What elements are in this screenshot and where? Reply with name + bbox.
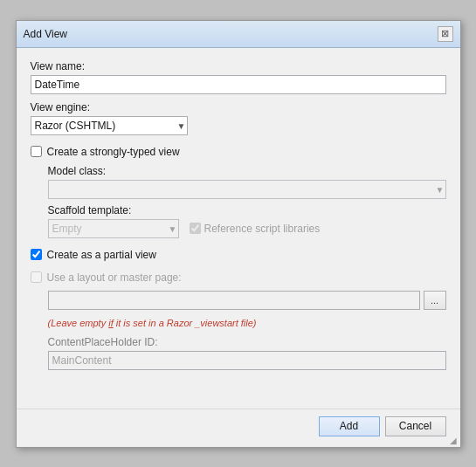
view-name-group: View name: — [31, 60, 446, 94]
strongly-typed-checkbox[interactable] — [31, 146, 42, 157]
close-icon: ⊠ — [441, 28, 449, 39]
hint-link: if — [108, 318, 114, 328]
content-placeholder-label: ContentPlaceHolder ID: — [48, 336, 446, 348]
add-button[interactable]: Add — [319, 416, 380, 436]
content-placeholder-group: ContentPlaceHolder ID: — [48, 336, 446, 370]
partial-view-checkbox[interactable] — [31, 249, 42, 260]
typed-view-section: Model class: ▼ Scaffold template: Empty … — [48, 165, 446, 238]
scaffold-template-select[interactable]: Empty Create Delete Details Edit List — [48, 219, 179, 238]
layout-path-input[interactable] — [48, 291, 420, 310]
view-engine-select-wrapper: Razor (CSHTML) ASPX ▼ — [31, 116, 188, 135]
layout-checkbox[interactable] — [31, 271, 42, 283]
strongly-typed-label: Create a strongly-typed view — [47, 146, 180, 158]
dialog-footer: Add Cancel — [17, 409, 460, 447]
browse-button[interactable]: ... — [424, 291, 446, 310]
view-name-input[interactable] — [31, 75, 446, 94]
view-engine-group: View engine: Razor (CSHTML) ASPX ▼ — [31, 101, 446, 135]
hint-text: (Leave empty if it is set in a Razor _vi… — [48, 318, 257, 328]
model-class-label: Model class: — [48, 165, 446, 177]
strongly-typed-row: Create a strongly-typed view — [31, 146, 446, 158]
partial-view-label: Create as a partial view — [47, 249, 156, 261]
resize-handle: ◢ — [450, 436, 459, 445]
scaffold-template-label: Scaffold template: — [48, 204, 446, 216]
reference-scripts-label: Reference script libraries — [204, 223, 321, 235]
model-class-select-wrapper: ▼ — [48, 180, 446, 199]
dialog-title: Add View — [24, 28, 67, 40]
partial-view-row: Create as a partial view — [31, 249, 446, 261]
content-placeholder-input[interactable] — [48, 351, 446, 370]
scaffold-template-group: Scaffold template: Empty Create Delete D… — [48, 204, 446, 238]
title-bar: Add View ⊠ — [17, 21, 460, 48]
layout-checkbox-row: Use a layout or master page: — [31, 271, 446, 284]
hint-group: (Leave empty if it is set in a Razor _vi… — [48, 317, 446, 329]
reference-scripts-group: Reference script libraries — [190, 223, 321, 235]
scaffold-select-wrapper: Empty Create Delete Details Edit List ▼ — [48, 219, 179, 238]
scaffold-row: Empty Create Delete Details Edit List ▼ … — [48, 219, 446, 238]
view-engine-label: View engine: — [31, 101, 446, 113]
dialog-content: View name: View engine: Razor (CSHTML) A… — [17, 48, 460, 409]
layout-row: ... — [48, 291, 446, 310]
reference-scripts-checkbox[interactable] — [190, 223, 201, 234]
view-engine-select[interactable]: Razor (CSHTML) ASPX — [31, 116, 188, 135]
view-name-label: View name: — [31, 60, 446, 72]
layout-label: Use a layout or master page: — [47, 271, 182, 284]
close-button[interactable]: ⊠ — [438, 26, 453, 42]
model-class-group: Model class: ▼ — [48, 165, 446, 199]
add-view-dialog: Add View ⊠ View name: View engine: Razor… — [16, 20, 461, 448]
cancel-button[interactable]: Cancel — [385, 416, 446, 436]
model-class-select[interactable] — [48, 180, 446, 199]
